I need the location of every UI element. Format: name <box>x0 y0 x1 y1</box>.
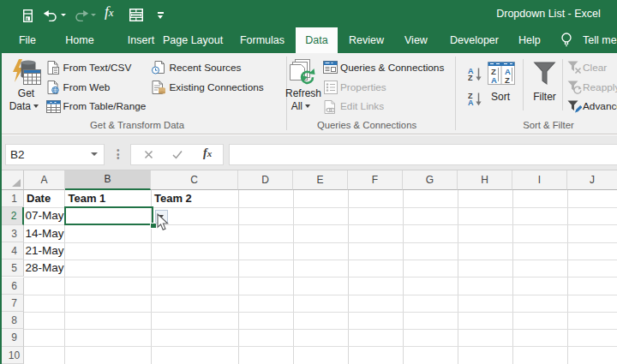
svg-text:Z: Z <box>505 75 510 85</box>
svg-text:Z: Z <box>468 74 473 81</box>
svg-text:A: A <box>491 75 497 85</box>
svg-text:A: A <box>468 98 474 106</box>
